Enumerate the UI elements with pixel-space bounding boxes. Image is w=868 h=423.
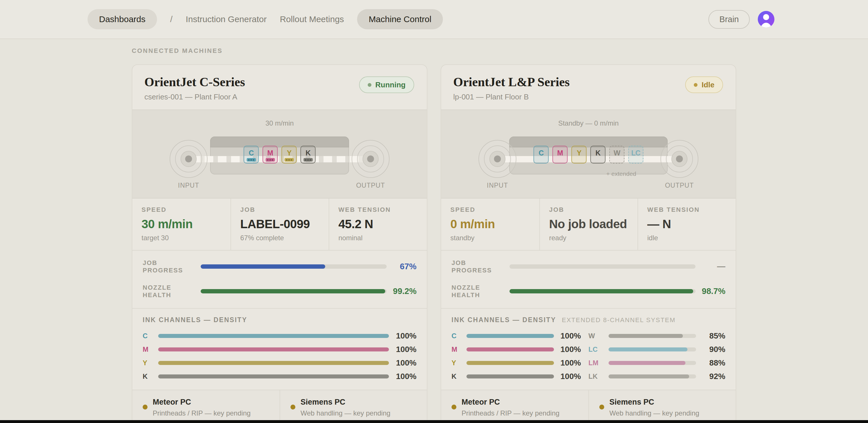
pc-status-row: Meteor PC Printheads / RIP — key pending… bbox=[132, 390, 427, 420]
nav-link-rollout-meetings[interactable]: Rollout Meetings bbox=[280, 15, 344, 24]
pc-name: Meteor PC bbox=[462, 398, 559, 406]
ink-value: 100% bbox=[395, 331, 416, 341]
ink-bar-track bbox=[466, 334, 554, 338]
progress-track bbox=[509, 264, 695, 269]
progress-label: NOZZLE HEALTH bbox=[143, 284, 194, 299]
stat-speed: SPEED 30 m/min target 30 bbox=[132, 199, 230, 250]
ink-cartridge-lc: LC bbox=[628, 146, 644, 164]
ink-bar-fill bbox=[158, 361, 389, 365]
ink-bar-track bbox=[158, 347, 389, 351]
ink-bar-fill bbox=[466, 374, 554, 378]
machine-subtitle: lp-001 — Plant Floor B bbox=[453, 92, 570, 102]
pc-status-siemens: Siemens PC Web handling — key pending bbox=[588, 390, 736, 420]
progress-fill bbox=[509, 289, 693, 293]
input-roll: INPUT bbox=[478, 140, 516, 189]
machine-cards: OrientJet C-Series cseries-001 — Plant F… bbox=[132, 64, 736, 420]
pc-desc: Web handling — key pending bbox=[301, 409, 391, 417]
output-label: OUTPUT bbox=[356, 181, 385, 189]
ink-rows: C 100% M 100% Y 100% bbox=[143, 331, 416, 381]
ink-channel-label: LM bbox=[586, 359, 603, 367]
pc-status-dot bbox=[143, 404, 148, 410]
diagram-speed-label: Standby — 0 m/min bbox=[441, 119, 736, 127]
cartridge-letter: LC bbox=[631, 149, 640, 157]
ink-value: 90% bbox=[701, 345, 725, 354]
pc-status-siemens: Siemens PC Web handling — key pending bbox=[280, 390, 427, 420]
ink-bar-track bbox=[609, 334, 696, 338]
progress-value: — bbox=[702, 262, 725, 271]
ink-bar-fill bbox=[466, 334, 554, 338]
ink-cartridge-k: K bbox=[301, 146, 316, 164]
ink-cartridges: C M Y K bbox=[244, 146, 316, 164]
ink-cartridge-c: C bbox=[534, 146, 549, 164]
progress-section: JOB PROGRESS — NOZZLE HEALTH 98.7% bbox=[441, 250, 736, 308]
ink-title: INK CHANNELS — DENSITY bbox=[452, 316, 556, 324]
ink-value: 100% bbox=[559, 345, 581, 354]
progress-track bbox=[509, 289, 695, 293]
roll-icon bbox=[478, 140, 516, 178]
ink-bar-fill bbox=[466, 347, 554, 351]
ink-value: 92% bbox=[701, 372, 725, 381]
status-badge-idle: Idle bbox=[685, 77, 723, 93]
pc-name: Siemens PC bbox=[609, 398, 699, 406]
input-label: INPUT bbox=[178, 181, 199, 189]
cartridge-letter: Y bbox=[577, 149, 581, 157]
ink-channel-label: C bbox=[452, 332, 461, 340]
stat-value: No job loaded bbox=[549, 218, 629, 231]
brain-button[interactable]: Brain bbox=[708, 10, 750, 29]
pc-name: Meteor PC bbox=[153, 398, 251, 406]
pc-status-meteor: Meteor PC Printheads / RIP — key pending bbox=[132, 390, 280, 420]
machine-card-cseries: OrientJet C-Series cseries-001 — Plant F… bbox=[132, 64, 427, 420]
extended-label: + extended bbox=[606, 170, 637, 177]
machine-title: OrientJet C-Series bbox=[144, 75, 245, 89]
ink-header: INK CHANNELS — DENSITY EXTENDED 8-CHANNE… bbox=[452, 316, 725, 324]
ink-row-k: K 100% bbox=[143, 372, 416, 381]
stat-sub: target 30 bbox=[142, 234, 222, 242]
ink-value: 100% bbox=[559, 358, 581, 368]
ink-bar-track bbox=[609, 374, 696, 378]
progress-track bbox=[200, 264, 386, 269]
pc-desc: Web handling — key pending bbox=[609, 409, 699, 417]
ink-channel-label: M bbox=[452, 345, 461, 354]
ink-cartridges: C M Y K W bbox=[534, 146, 644, 164]
machine-subtitle: cseries-001 — Plant Floor A bbox=[144, 92, 245, 102]
pc-status-meteor: Meteor PC Printheads / RIP — key pending bbox=[441, 390, 588, 420]
ink-section: INK CHANNELS — DENSITY EXTENDED 8-CHANNE… bbox=[441, 308, 736, 390]
ink-bar-track bbox=[466, 347, 554, 351]
main-content: CONNECTED MACHINES OrientJet C-Series cs… bbox=[132, 47, 736, 420]
user-avatar[interactable] bbox=[758, 11, 774, 28]
ink-cartridge-m: M bbox=[553, 146, 568, 164]
output-roll: OUTPUT bbox=[352, 140, 390, 189]
cartridge-letter: W bbox=[614, 149, 620, 157]
ink-channel-label: LK bbox=[586, 372, 603, 380]
cartridge-letter: K bbox=[595, 149, 600, 157]
ink-cartridge-c: C bbox=[244, 146, 259, 164]
app-window: Dashboards / Instruction Generator Rollo… bbox=[0, 0, 868, 420]
cartridge-pad bbox=[303, 158, 313, 162]
ink-bar-track bbox=[158, 361, 389, 365]
nav-link-instruction-generator[interactable]: Instruction Generator bbox=[186, 15, 267, 24]
topbar: Dashboards / Instruction Generator Rollo… bbox=[0, 0, 868, 39]
progress-row-nozzle: NOZZLE HEALTH 98.7% bbox=[452, 284, 725, 299]
progress-fill bbox=[200, 289, 385, 293]
stat-value: 30 m/min bbox=[142, 218, 222, 231]
ink-value: 100% bbox=[559, 331, 581, 341]
ink-bar-fill bbox=[609, 361, 685, 365]
stat-web-tension: WEB TENSION 45.2 N nominal bbox=[329, 199, 427, 250]
ink-row-y: Y 100% bbox=[143, 358, 416, 368]
stat-job: JOB No job loaded ready bbox=[539, 199, 638, 250]
ink-row-k-lk: K 100% LK 92% bbox=[452, 372, 725, 381]
ink-bar-fill bbox=[609, 334, 683, 338]
nav-pill-dashboards[interactable]: Dashboards bbox=[88, 9, 157, 29]
ink-section: INK CHANNELS — DENSITY C 100% M 100% bbox=[132, 308, 427, 390]
ink-channel-label: K bbox=[452, 372, 461, 380]
progress-label: NOZZLE HEALTH bbox=[452, 284, 503, 299]
progress-track bbox=[200, 289, 386, 293]
stat-value: 45.2 N bbox=[338, 218, 419, 231]
nav-pill-machine-control[interactable]: Machine Control bbox=[357, 9, 443, 29]
ink-channel-label: Y bbox=[143, 359, 152, 367]
output-label: OUTPUT bbox=[665, 181, 694, 189]
stat-sub: nominal bbox=[338, 234, 419, 242]
ink-channel-label: C bbox=[143, 332, 152, 340]
ink-title: INK CHANNELS — DENSITY bbox=[143, 316, 247, 324]
ink-channel-label: M bbox=[143, 345, 152, 354]
